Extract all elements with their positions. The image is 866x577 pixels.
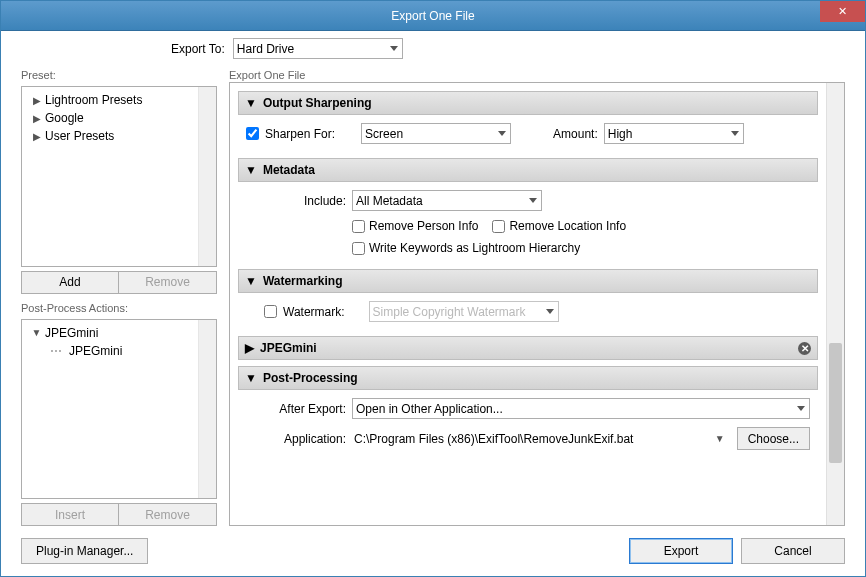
window-title: Export One File (1, 9, 865, 23)
export-to-label: Export To: (171, 42, 225, 56)
pp-item[interactable]: ⋯ JPEGmini ✓ (24, 342, 214, 360)
preset-group-label: Google (45, 111, 84, 125)
application-path: C:\Program Files (x86)\ExifTool\RemoveJu… (352, 432, 703, 446)
preset-group-label: User Presets (45, 129, 114, 143)
preset-group[interactable]: ▶ User Presets (24, 127, 214, 145)
sharpen-for-select[interactable]: Screen (361, 123, 511, 144)
post-process-label: Post-Process Actions: (21, 302, 217, 314)
chevron-right-icon: ▶ (245, 341, 254, 355)
section-header[interactable]: ▼ Output Sharpening (238, 91, 818, 115)
preset-listbox[interactable]: ▶ Lightroom Presets ▶ Google ▶ User Pres… (21, 86, 217, 267)
preset-group-label: Lightroom Presets (45, 93, 142, 107)
include-label: Include: (246, 194, 346, 208)
right-column: Export One File ▼ Output Sharpening (229, 69, 845, 526)
export-to-row: Export To: Hard Drive (21, 38, 845, 59)
watermark-label: Watermark: (283, 305, 345, 319)
section-title: JPEGmini (260, 341, 317, 355)
section-title: Post-Processing (263, 371, 358, 385)
dropdown-arrow-icon[interactable]: ▼ (709, 433, 731, 444)
close-button[interactable]: ✕ (820, 1, 865, 22)
watermark-checkbox[interactable] (264, 305, 277, 318)
export-dialog: Export One File ✕ Export To: Hard Drive … (0, 0, 866, 577)
export-button[interactable]: Export (629, 538, 733, 564)
section-title: Output Sharpening (263, 96, 372, 110)
section-jpegmini: ▶ JPEGmini ✕ (238, 336, 818, 360)
include-select[interactable]: All Metadata (352, 190, 542, 211)
remove-location-label: Remove Location Info (509, 219, 626, 233)
section-metadata: ▼ Metadata Include: All Metadata (238, 158, 818, 263)
remove-pp-button[interactable]: Remove (119, 503, 217, 526)
remove-preset-button[interactable]: Remove (119, 271, 217, 294)
remove-person-label: Remove Person Info (369, 219, 478, 233)
insert-pp-button[interactable]: Insert (21, 503, 119, 526)
preset-buttons: Add Remove (21, 271, 217, 294)
chevron-down-icon[interactable]: ▼ (32, 328, 41, 337)
pp-group-label: JPEGmini (45, 326, 98, 340)
titlebar[interactable]: Export One File ✕ (1, 1, 865, 31)
choose-application-button[interactable]: Choose... (737, 427, 810, 450)
settings-panel: ▼ Output Sharpening Sharpen For: Screen (229, 82, 845, 526)
chevron-down-icon: ▼ (245, 96, 257, 110)
remove-location-checkbox[interactable] (492, 220, 505, 233)
section-header[interactable]: ▶ JPEGmini ✕ (238, 336, 818, 360)
section-title: Metadata (263, 163, 315, 177)
pp-buttons: Insert Remove (21, 503, 217, 526)
bullet-icon: ⋯ (50, 344, 61, 358)
close-icon: ✕ (838, 5, 847, 18)
remove-section-icon[interactable]: ✕ (798, 342, 811, 355)
section-watermarking: ▼ Watermarking Watermark: (238, 269, 818, 330)
section-title: Watermarking (263, 274, 343, 288)
settings-scrollbar[interactable] (826, 83, 844, 525)
preset-group[interactable]: ▶ Google (24, 109, 214, 127)
chevron-right-icon[interactable]: ▶ (32, 114, 41, 123)
application-label: Application: (246, 432, 346, 446)
chevron-right-icon[interactable]: ▶ (32, 132, 41, 141)
scrollbar-thumb[interactable] (829, 343, 842, 463)
section-header[interactable]: ▼ Post-Processing (238, 366, 818, 390)
dialog-content: Export To: Hard Drive Preset: ▶ Lightroo… (1, 31, 865, 576)
sharpen-for-checkbox[interactable] (246, 127, 259, 140)
watermark-select[interactable]: Simple Copyright Watermark (369, 301, 559, 322)
left-column: Preset: ▶ Lightroom Presets ▶ Google ▶ (21, 69, 217, 526)
pp-item-label: JPEGmini (69, 344, 122, 358)
section-output-sharpening: ▼ Output Sharpening Sharpen For: Screen (238, 91, 818, 152)
preset-label: Preset: (21, 69, 217, 81)
preset-group[interactable]: ▶ Lightroom Presets (24, 91, 214, 109)
amount-select[interactable]: High (604, 123, 744, 144)
export-to-select[interactable]: Hard Drive (233, 38, 403, 59)
section-post-processing: ▼ Post-Processing After Export: Open in … (238, 366, 818, 458)
chevron-right-icon[interactable]: ▶ (32, 96, 41, 105)
pp-group[interactable]: ▼ JPEGmini (24, 324, 214, 342)
amount-label: Amount: (553, 127, 598, 141)
columns: Preset: ▶ Lightroom Presets ▶ Google ▶ (21, 69, 845, 526)
plugin-manager-button[interactable]: Plug-in Manager... (21, 538, 148, 564)
post-process-listbox[interactable]: ▼ JPEGmini ⋯ JPEGmini ✓ (21, 319, 217, 500)
chevron-down-icon: ▼ (245, 163, 257, 177)
write-keywords-checkbox[interactable] (352, 242, 365, 255)
chevron-down-icon: ▼ (245, 274, 257, 288)
after-export-label: After Export: (246, 402, 346, 416)
dialog-footer: Plug-in Manager... Export Cancel (21, 538, 845, 564)
chevron-down-icon: ▼ (245, 371, 257, 385)
scrollbar[interactable] (198, 320, 216, 499)
section-header[interactable]: ▼ Watermarking (238, 269, 818, 293)
scrollbar[interactable] (198, 87, 216, 266)
sharpen-for-label: Sharpen For: (265, 127, 335, 141)
add-preset-button[interactable]: Add (21, 271, 119, 294)
write-keywords-label: Write Keywords as Lightroom Hierarchy (369, 241, 580, 255)
after-export-select[interactable]: Open in Other Application... (352, 398, 810, 419)
settings-heading: Export One File (229, 69, 845, 81)
settings-scroll[interactable]: ▼ Output Sharpening Sharpen For: Screen (230, 83, 826, 525)
cancel-button[interactable]: Cancel (741, 538, 845, 564)
section-header[interactable]: ▼ Metadata (238, 158, 818, 182)
remove-person-checkbox[interactable] (352, 220, 365, 233)
